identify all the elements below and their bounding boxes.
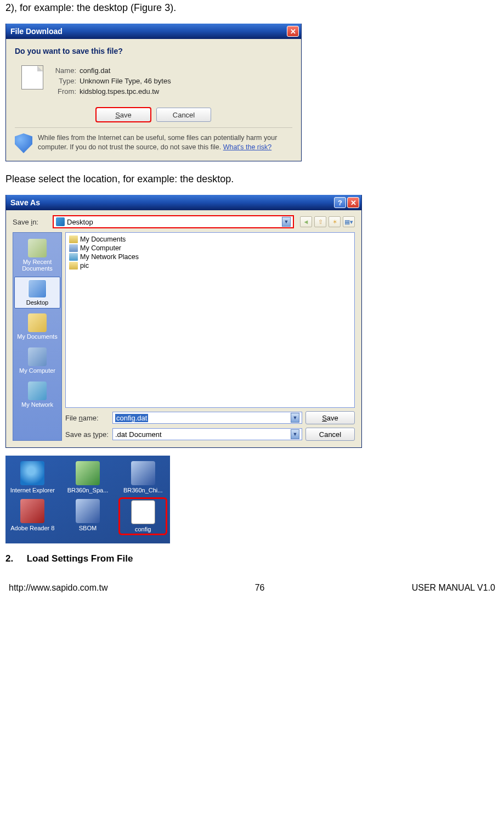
save-button[interactable]: Save	[305, 411, 355, 424]
back-icon[interactable]: ◄	[300, 216, 312, 227]
list-item[interactable]: My Computer	[69, 244, 351, 253]
cancel-button[interactable]: Cancel	[156, 108, 211, 122]
close-icon[interactable]: ✕	[347, 197, 359, 208]
ie-icon	[20, 461, 44, 485]
filename-input[interactable]: config.dat ▼	[112, 412, 302, 424]
chevron-down-icon[interactable]: ▼	[291, 413, 299, 423]
desktop-item-acrobat[interactable]: Adobe Reader 8	[10, 499, 55, 534]
page-footer: http://www.sapido.com.tw 76 USER MANUAL …	[5, 581, 499, 604]
save-as-dialog: Save As ? ✕ Save in: Desktop ▼ ◄ ⇧ ✶ ▦▾	[5, 195, 362, 448]
fd-name-value: config.dat	[80, 66, 110, 75]
filename-label: File name:	[65, 414, 109, 422]
save-button[interactable]: Save	[96, 108, 151, 122]
help-icon[interactable]: ?	[334, 197, 346, 208]
place-desktop[interactable]: Desktop	[14, 277, 60, 308]
up-folder-icon[interactable]: ⇧	[314, 216, 326, 227]
fd-from-value: kidsblog.tspes.tpc.edu.tw	[80, 87, 159, 96]
page-number: 76	[255, 583, 265, 593]
desktop-icon	[28, 279, 47, 298]
my-documents-icon	[28, 313, 47, 332]
list-item[interactable]: My Documents	[69, 235, 351, 244]
fd-name-label: Name:	[50, 66, 80, 75]
views-icon[interactable]: ▦▾	[343, 216, 355, 227]
savein-dropdown[interactable]: Desktop ▼	[53, 216, 293, 228]
saveastype-dropdown[interactable]: .dat Document ▼	[112, 428, 302, 440]
desktop-item-excel[interactable]: BR360n_Spa...	[65, 461, 111, 493]
desktop-item-ie[interactable]: Internet Explorer	[10, 461, 55, 493]
place-my-documents[interactable]: My Documents	[14, 311, 60, 343]
close-icon[interactable]: ✕	[287, 26, 299, 37]
savein-label: Save in:	[13, 218, 50, 226]
place-my-network[interactable]: My Network	[14, 379, 60, 411]
file-download-dialog: File Download ✕ Do you want to save this…	[5, 24, 302, 161]
mid-text: Please select the location, for example:…	[5, 173, 499, 185]
filename-value: config.dat	[115, 414, 148, 422]
desktop-icons-strip: Internet Explorer BR360n_Spa... BR360n_C…	[5, 456, 170, 543]
section-heading: 2. Load Settings From File	[5, 553, 499, 564]
excel-icon	[76, 461, 100, 485]
desktop-item-config[interactable]: config	[120, 499, 166, 534]
file-icon	[21, 65, 43, 89]
place-recent[interactable]: My Recent Documents	[14, 236, 60, 274]
cancel-button[interactable]: Cancel	[305, 428, 355, 441]
fd-from-label: From:	[50, 87, 80, 96]
footer-version: USER MANUAL V1.0	[412, 583, 495, 593]
saveastype-label: Save as type:	[65, 430, 109, 439]
acrobat-icon	[20, 499, 44, 523]
list-item[interactable]: My Network Places	[69, 253, 351, 261]
network-icon	[69, 253, 78, 261]
my-network-icon	[28, 382, 47, 400]
new-folder-icon[interactable]: ✶	[329, 216, 341, 227]
risk-link[interactable]: What's the risk?	[223, 143, 272, 151]
shield-icon	[15, 133, 32, 153]
fd-title: File Download	[10, 27, 287, 36]
my-computer-icon	[28, 347, 47, 366]
chevron-down-icon[interactable]: ▼	[291, 429, 299, 439]
fd-type-value: Unknown File Type, 46 bytes	[80, 77, 171, 85]
recent-docs-icon	[28, 239, 47, 257]
file-list[interactable]: My Documents My Computer My Network Plac…	[65, 232, 355, 408]
save-button-label-rest: ave	[120, 111, 132, 119]
fd-titlebar: File Download ✕	[6, 24, 301, 39]
word-icon	[76, 499, 100, 523]
sa-titlebar: Save As ? ✕	[6, 195, 361, 210]
sa-title: Save As	[10, 198, 334, 207]
fd-type-label: Type:	[50, 77, 80, 85]
folder-icon	[69, 262, 78, 270]
fd-question: Do you want to save this file?	[15, 47, 292, 55]
word-icon	[131, 461, 155, 485]
chevron-down-icon[interactable]: ▼	[282, 217, 291, 227]
computer-icon	[69, 244, 78, 252]
places-bar: My Recent Documents Desktop My Documents…	[13, 232, 62, 441]
folder-icon	[69, 235, 78, 243]
desktop-item-word[interactable]: BR360n_Chi...	[120, 461, 166, 493]
saveastype-value: .dat Document	[115, 430, 162, 439]
section-title: Load Settings From File	[27, 553, 133, 564]
place-my-computer[interactable]: My Computer	[14, 345, 60, 377]
fd-warning-text: While files from the Internet can be use…	[38, 133, 292, 153]
savein-value: Desktop	[67, 218, 93, 226]
file-icon	[131, 500, 155, 524]
list-item[interactable]: pic	[69, 261, 351, 270]
desktop-item-sbom[interactable]: SBOM	[65, 499, 111, 534]
desktop-icon	[56, 217, 65, 226]
intro-text: 2), for example: the desktop (Figure 3).	[5, 2, 499, 14]
section-number: 2.	[5, 553, 24, 564]
footer-url: http://www.sapido.com.tw	[9, 583, 108, 593]
